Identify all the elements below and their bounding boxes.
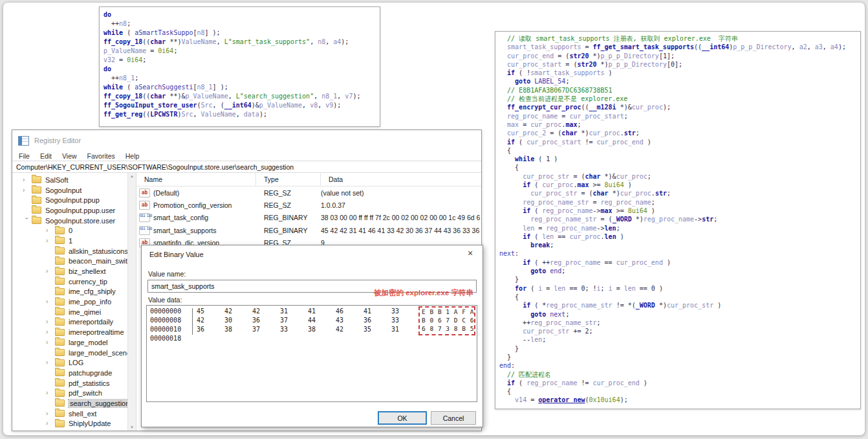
chevron-right-icon[interactable]: › [23, 177, 32, 183]
tree-item-1[interactable]: ›1 [12, 236, 136, 246]
column-header-type[interactable]: Type [256, 173, 321, 186]
value-row-smart_task_config[interactable]: 011 110smart_task_configREG_BINARY38 03 … [136, 212, 481, 224]
registry-titlebar[interactable]: Registry Editor [12, 130, 481, 151]
code-line: v32 = 0i64; [103, 56, 380, 65]
ok-button[interactable]: OK [378, 411, 427, 425]
chevron-right-icon[interactable]: › [46, 390, 55, 396]
menu-item-edit[interactable]: Edit [40, 152, 52, 160]
value-name-cell: ab(Default) [136, 188, 256, 197]
tree-item-beacon_main_switch[interactable]: beacon_main_switch [12, 256, 136, 267]
code-line: goto end; [499, 267, 860, 275]
folder-icon [55, 278, 65, 285]
chevron-right-icon[interactable]: › [46, 420, 55, 427]
value-row-(Default)[interactable]: ab(Default)REG_SZ(value not set) [136, 186, 481, 199]
tree-item-imereportrealtime[interactable]: ›imereportrealtime [12, 327, 136, 337]
folder-icon [32, 176, 41, 183]
hex-bytes: 3638373338423531 [197, 325, 419, 334]
tree-item-patchupgrade[interactable]: patchupgrade [12, 368, 136, 378]
chevron-right-icon[interactable]: › [46, 319, 55, 325]
hex-editor[interactable]: 0000000045424231414641330000000842303637… [146, 305, 477, 402]
hex-address: 00000008 [147, 316, 191, 325]
tree-item-ime_cfg_shiply[interactable]: ime_cfg_shiply [12, 287, 136, 297]
code-line: } [499, 353, 860, 361]
code-line: if ( len == cur_proc.len ) [499, 232, 860, 241]
column-header-data[interactable]: Data [321, 173, 481, 186]
reg-sz-icon: ab [139, 201, 150, 210]
ida-code-panel-top: do ++n8;while ( aSmartTaskSuppo[n8] );ff… [99, 6, 380, 127]
chevron-right-icon[interactable]: › [46, 329, 55, 335]
scroll-down-icon[interactable]: ▼ [128, 424, 136, 431]
value-type-cell: REG_BINARY [256, 227, 321, 234]
code-line: if ( !smart_task_supports ) [499, 69, 860, 77]
tree-item-SogouInput[interactable]: ›SogouInput [12, 185, 136, 196]
tree-item-allskin_statusiconstatistics[interactable]: allskin_statusiconstatistics [12, 246, 136, 256]
tree-item-search_suggestion[interactable]: search_suggestion [12, 398, 136, 409]
code-line: if ( reg_proc_name->max >= 8ui64 ) [499, 207, 860, 215]
code-line: ff_get_reg((LPCWSTR)Src, ValueName, data… [103, 110, 380, 119]
chevron-right-icon[interactable]: › [46, 227, 55, 234]
hex-bytes: 4542423141464133 [197, 307, 419, 316]
hex-byte: 33 [280, 325, 308, 334]
tree-item-pdf_statistics[interactable]: pdf_statistics [12, 378, 136, 388]
menu-item-view[interactable]: View [62, 152, 77, 160]
value-row-smart_task_supports[interactable]: 011 110smart_task_supportsREG_BINARY45 4… [136, 224, 481, 236]
registry-address-bar[interactable]: Computer\HKEY_CURRENT_USER\SOFTWARE\Sogo… [12, 161, 481, 173]
tree-item-0[interactable]: ›0 [12, 225, 136, 236]
value-type-cell: REG_SZ [256, 189, 321, 197]
tree-item-SogouInput.store.user[interactable]: ›SogouInput.store.user [12, 216, 136, 226]
folder-icon [55, 400, 65, 407]
tree-item-shell_ext[interactable]: ›shell_ext [12, 409, 136, 419]
chevron-right-icon[interactable]: › [23, 187, 32, 194]
code-line: cur_proc_2 = (char *)cur_proc.str; [499, 129, 860, 137]
cancel-button[interactable]: Cancel [431, 411, 476, 425]
tree-item-SogouInput.ppup.user[interactable]: SogouInput.ppup.user [12, 205, 136, 216]
tree-item-label: ime_pop_info [69, 298, 111, 306]
hex-byte: 36 [197, 325, 224, 334]
folder-icon [55, 420, 65, 427]
hex-byte: 31 [391, 325, 419, 334]
chevron-right-icon[interactable]: › [46, 298, 55, 305]
reg-binary-icon: 011 110 [139, 213, 150, 222]
menu-item-file[interactable]: File [19, 152, 30, 160]
code-line: // E8B1AFA3B067DC6368738B51 [499, 86, 860, 95]
tree-scrollbar[interactable]: ▲ ▼ [127, 173, 136, 431]
hex-byte: 35 [363, 325, 391, 334]
code-line: do [103, 10, 380, 19]
value-row-Promotion_config_version[interactable]: abPromotion_config_versionREG_SZ1.0.0.37 [136, 199, 481, 211]
tree-item-ShiplyUpdate[interactable]: ›ShiplyUpdate [12, 419, 136, 429]
chevron-right-icon[interactable]: › [46, 238, 55, 244]
chevron-right-icon[interactable]: › [46, 359, 55, 366]
tree-item-ime_pop_info[interactable]: ›ime_pop_info [12, 297, 136, 307]
folder-icon [55, 379, 65, 387]
code-line: break; [499, 241, 860, 249]
chevron-right-icon[interactable]: › [46, 411, 55, 417]
tree-item-large_model[interactable]: ›large_model [12, 337, 136, 348]
hex-byte: 46 [336, 307, 363, 316]
value-name-cell: 011 110smart_task_config [136, 213, 256, 222]
menu-item-help[interactable]: Help [125, 152, 140, 160]
chevron-right-icon[interactable]: › [46, 339, 55, 346]
tree-item-imereportdaily[interactable]: ›imereportdaily [12, 317, 136, 328]
chevron-down-icon[interactable]: › [23, 217, 30, 226]
code-line: { [499, 163, 860, 172]
tree-item-pdf_switch[interactable]: ›pdf_switch [12, 388, 136, 398]
folder-icon [32, 186, 41, 194]
tree-item-biz_shellext[interactable]: ›biz_shellext [12, 266, 136, 276]
code-line: cur_proc_end = (str20 *)p_p_p_Directory[… [499, 52, 860, 60]
value-name-text: Promotion_config_version [153, 201, 232, 209]
menu-item-favorites[interactable]: Favorites [87, 152, 115, 160]
scroll-up-icon[interactable]: ▲ [130, 174, 134, 178]
tree-item-SogouInput.ppup[interactable]: SogouInput.ppup [12, 195, 136, 205]
column-header-name[interactable]: Name [136, 173, 256, 186]
tree-item-SalSoft[interactable]: ›SalSoft [12, 175, 136, 185]
tree-item-LOG[interactable]: ›LOG [12, 357, 136, 368]
registry-editor-icon [18, 136, 29, 146]
tree-item-large_model_scene[interactable]: large_model_scene [12, 348, 136, 358]
tree-item-currency_tip[interactable]: currency_tip [12, 276, 136, 287]
folder-icon [55, 288, 65, 295]
close-icon[interactable]: × [464, 248, 476, 258]
hex-byte: 45 [197, 307, 224, 316]
tree-item-ime_qimei[interactable]: ime_qimei [12, 307, 136, 317]
dialog-title: Edit Binary Value [149, 251, 204, 258]
chevron-right-icon[interactable]: › [46, 268, 55, 275]
